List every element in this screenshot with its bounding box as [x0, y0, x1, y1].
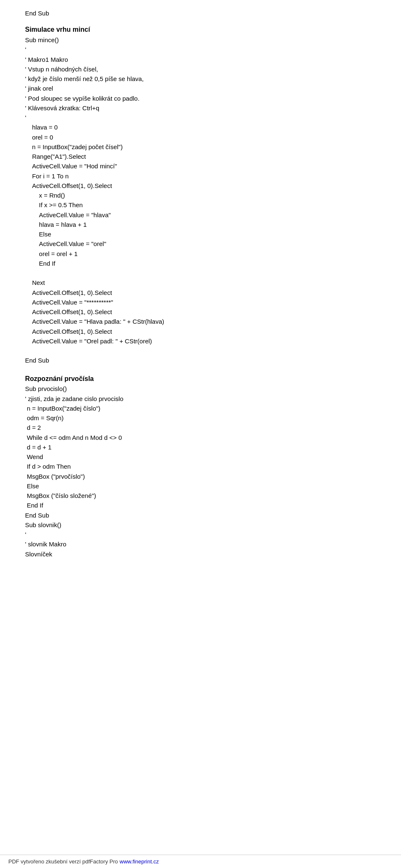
section2-code: Sub prvocislo() ' zjisti, zda je zadane …: [25, 384, 376, 559]
main-content: End Sub Simulace vrhu mincí Sub mince() …: [25, 8, 376, 584]
section1-code: Sub mince() ' ' Makro1 Makro ' Vstup n n…: [25, 35, 376, 365]
section2-heading: Rozpoznání prvočísla: [25, 374, 376, 384]
section1-heading: Simulace vrhu mincí: [25, 25, 376, 35]
footer-bar: PDF vytvořeno zkušební verzí pdfFactory …: [0, 855, 401, 868]
footer-text: PDF vytvořeno zkušební verzí pdfFactory …: [8, 858, 118, 865]
footer-link[interactable]: www.fineprint.cz: [119, 858, 159, 865]
end-sub-top: End Sub: [25, 8, 376, 18]
